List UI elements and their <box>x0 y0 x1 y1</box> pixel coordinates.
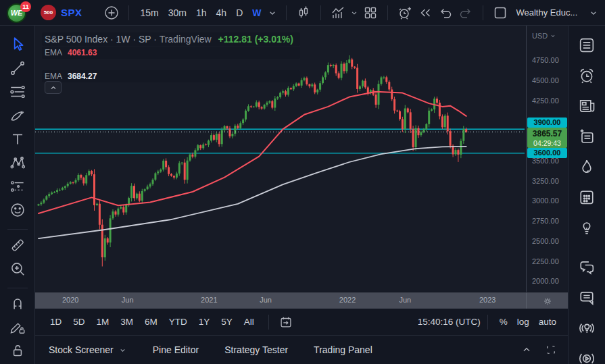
magnet-icon <box>9 294 26 312</box>
range-5y[interactable]: 5Y <box>217 313 237 331</box>
currency-selector[interactable]: USD <box>532 32 556 40</box>
chevron-down-icon <box>349 8 359 18</box>
go-to-date-button[interactable] <box>276 312 296 332</box>
price-tick: 2750.00 <box>532 217 559 225</box>
lock-all-drawings-button[interactable] <box>7 340 28 361</box>
tradingview-app: WE 11 500 SPX 15m 30m 1h 4h D W <box>0 0 605 364</box>
ema-slow-legend-row[interactable]: EMA3684.27 <box>42 70 300 82</box>
price-tick: 2000.00 <box>532 277 559 285</box>
chart-settings-button[interactable] <box>526 292 568 309</box>
brush-tool-button[interactable] <box>7 105 28 126</box>
drawing-lock-button[interactable] <box>7 317 28 337</box>
cursor-tool-button[interactable] <box>7 34 28 55</box>
tab-label: Stock Screener <box>49 344 114 355</box>
timeframe-15m[interactable]: 15m <box>136 4 164 22</box>
alerts-button[interactable] <box>575 64 598 87</box>
range-all[interactable]: All <box>240 313 258 331</box>
measure-tool-button[interactable] <box>7 235 28 255</box>
expand-panel-button[interactable] <box>516 340 537 360</box>
lightbulb-icon <box>577 218 596 237</box>
rewind-icon <box>417 5 433 21</box>
clock-utc[interactable]: 15:40:16 (UTC) <box>418 317 481 327</box>
bar-replay-button[interactable] <box>415 3 435 23</box>
trend-line-tool-button[interactable] <box>7 58 28 78</box>
bar-countdown: 04:29:43 <box>533 139 561 147</box>
watchlist-button[interactable] <box>575 34 598 57</box>
private-chat-button[interactable] <box>575 286 598 309</box>
symbol-search-button[interactable]: SPX <box>61 7 82 18</box>
range-ytd[interactable]: YTD <box>165 313 191 331</box>
current-price-value: 3865.57 <box>533 129 562 138</box>
timeframe-1d[interactable]: D <box>231 4 247 22</box>
chevron-up-icon <box>49 84 57 92</box>
log-scale-button[interactable]: log <box>512 313 534 331</box>
range-3m[interactable]: 3M <box>116 313 137 331</box>
percent-scale-button[interactable]: % <box>495 313 512 331</box>
undo-button[interactable] <box>435 3 456 23</box>
layout-menu-button[interactable] <box>587 3 600 23</box>
price-tick: 4750.00 <box>532 56 559 64</box>
ideas-stream-button[interactable] <box>575 317 598 340</box>
divider <box>387 5 388 20</box>
layout-grid-button[interactable] <box>360 3 381 23</box>
broadcast-button[interactable] <box>575 347 598 364</box>
zoom-in-tool-button[interactable] <box>7 259 28 279</box>
time-tick: 2022 <box>339 296 356 304</box>
forecast-tool-button[interactable] <box>7 176 28 197</box>
fib-retracement-tool-button[interactable] <box>7 82 28 102</box>
emoji-tool-button[interactable] <box>7 200 28 220</box>
auto-scale-button[interactable]: auto <box>534 313 561 331</box>
timeframe-4h[interactable]: 4h <box>212 4 232 22</box>
range-1d[interactable]: 1D <box>46 313 66 331</box>
redo-button[interactable] <box>456 3 476 23</box>
tab-stock-screener[interactable]: Stock Screener <box>49 344 127 355</box>
collapse-legend-button[interactable] <box>45 81 62 94</box>
tab-pine-editor[interactable]: Pine Editor <box>153 344 199 355</box>
timeframe-1w-active[interactable]: W <box>247 4 266 22</box>
candlestick-chart-icon <box>295 5 312 21</box>
save-layout-button[interactable] <box>490 3 510 23</box>
hotlists-button[interactable] <box>575 155 598 178</box>
xabcd-pattern-tool-button[interactable] <box>7 153 28 173</box>
divider <box>483 5 483 20</box>
ema-fast-value: 4061.63 <box>68 48 97 57</box>
ema-fast-legend-row[interactable]: EMA4061.63 <box>42 47 300 59</box>
magnet-mode-button[interactable] <box>7 293 28 313</box>
maximize-panel-button[interactable] <box>541 340 561 360</box>
price-tick: 2500.00 <box>532 237 559 245</box>
timeframe-1h[interactable]: 1h <box>191 4 212 22</box>
range-6m[interactable]: 6M <box>141 313 162 331</box>
text-tool-button[interactable] <box>7 129 28 149</box>
compare-add-symbol-button[interactable] <box>101 3 122 23</box>
text-notes-button[interactable] <box>575 125 598 148</box>
tab-trading-panel[interactable]: Trading Panel <box>314 344 372 355</box>
create-alert-button[interactable] <box>395 3 415 23</box>
price-axis[interactable]: USD 4750.004500.004250.003500.003250.003… <box>526 26 568 292</box>
indicators-button[interactable] <box>328 3 348 23</box>
calendar-button[interactable] <box>575 186 598 209</box>
timeframe-menu-button[interactable] <box>266 3 279 23</box>
layout-name-label[interactable]: Wealthy Educ... <box>516 7 577 18</box>
public-chats-button[interactable] <box>575 256 598 279</box>
time-tick: Jun <box>260 296 272 304</box>
chart-style-button[interactable] <box>293 3 314 23</box>
range-5d[interactable]: 5D <box>69 313 89 331</box>
timeframe-30m[interactable]: 30m <box>164 4 191 22</box>
data-source: · TradingView <box>153 34 211 45</box>
my-ideas-button[interactable] <box>575 216 598 239</box>
text-icon <box>9 130 26 148</box>
account-menu-button[interactable]: WE 11 <box>7 1 30 24</box>
indicators-menu-button[interactable] <box>348 3 360 23</box>
time-tick: Jun <box>122 296 134 304</box>
symbol-legend-row[interactable]: S&P 500 Index · 1W · SP · TradingView +1… <box>42 32 300 46</box>
time-tick: 2021 <box>201 296 217 304</box>
range-1y[interactable]: 1Y <box>195 313 214 331</box>
news-button[interactable] <box>575 95 598 118</box>
chart-area[interactable]: S&P 500 Index · 1W · SP · TradingView +1… <box>35 26 568 309</box>
undo-arrow-icon <box>437 5 454 21</box>
alert-clock-plus-icon <box>397 5 413 21</box>
range-1m[interactable]: 1M <box>93 313 114 331</box>
time-axis[interactable]: 2020Jun2021Jun2022Jun2023 <box>35 292 568 309</box>
trend-line-icon <box>9 59 26 77</box>
tab-strategy-tester[interactable]: Strategy Tester <box>224 344 288 355</box>
